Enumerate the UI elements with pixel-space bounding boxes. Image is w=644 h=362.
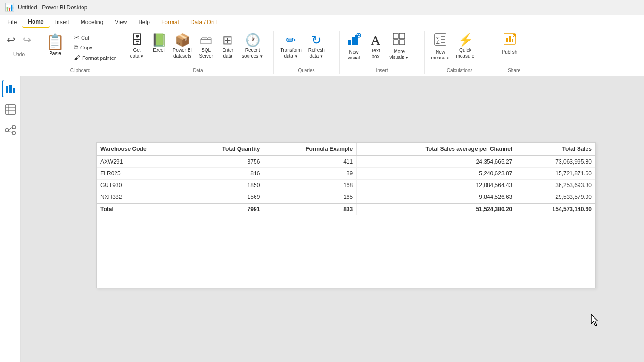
table-row: AXW291 3756 411 24,354,665.27 73,063,995…: [97, 156, 595, 168]
redo-button[interactable]: ↪: [20, 33, 34, 47]
svg-rect-23: [13, 88, 15, 93]
cell-total-quantity: 7991: [187, 203, 264, 215]
menu-home[interactable]: Home: [22, 16, 49, 28]
table-header-row: Warehouse Code Total Quantity Formula Ex…: [97, 143, 595, 156]
svg-rect-0: [348, 40, 351, 45]
sql-server-button[interactable]: 🗃 SQLServer: [196, 31, 216, 61]
cell-quantity-3: 1569: [187, 191, 264, 204]
svg-line-32: [8, 130, 12, 133]
menu-bar: File Home Insert Modeling View Help Form…: [0, 15, 644, 29]
sidebar-report-view[interactable]: [2, 80, 19, 97]
clipboard-small-buttons: ✂ Cut ⧉ Copy 🖌 Format painter: [71, 31, 119, 62]
cell-totalsales-0: 73,063,995.80: [516, 156, 595, 168]
svg-line-31: [8, 127, 12, 130]
paste-icon: 📋: [46, 33, 65, 51]
refresh-data-icon: ↻: [311, 33, 322, 48]
menu-format[interactable]: Format: [156, 17, 185, 27]
excel-icon: 📗: [151, 33, 166, 48]
quick-measure-button[interactable]: ⚡ Quickmeasure: [453, 31, 477, 61]
recent-sources-button[interactable]: 🕐 Recentsources▼: [239, 31, 266, 61]
svg-rect-21: [6, 86, 8, 93]
svg-rect-1: [352, 37, 355, 45]
clipboard-label: Clipboard: [42, 67, 119, 74]
svg-rect-16: [506, 38, 508, 42]
format-painter-icon: 🖌: [74, 54, 80, 61]
enter-data-button[interactable]: ⊞ Enterdata: [217, 31, 238, 61]
col-total-sales[interactable]: Total Sales: [516, 143, 595, 156]
copy-icon: ⧉: [74, 44, 78, 51]
svg-rect-24: [6, 105, 15, 114]
cell-totalsales-1: 15,721,871.60: [516, 168, 595, 180]
cell-totalsales-3: 29,533,579.90: [516, 191, 595, 204]
undo-group-label: Undo: [4, 51, 34, 58]
table-row: GUT930 1850 168 12,084,564.43 36,253,693…: [97, 180, 595, 191]
col-total-sales-avg[interactable]: Total Sales average per Channel: [357, 143, 516, 156]
app-icon: 📊: [5, 3, 14, 12]
quick-measure-icon: ⚡: [458, 33, 473, 48]
table-row: FLR025 816 89 5,240,623.87 15,721,871.60: [97, 168, 595, 180]
menu-file[interactable]: File: [2, 17, 22, 27]
share-group: Publish Share: [495, 31, 533, 74]
cell-warehouse-1: FLR025: [97, 168, 187, 180]
table-visual[interactable]: Warehouse Code Total Quantity Formula Ex…: [96, 142, 596, 288]
publish-button[interactable]: Publish: [499, 31, 520, 57]
sidebar-data-view[interactable]: [2, 101, 19, 118]
paste-label: Paste: [49, 51, 61, 56]
copy-button[interactable]: ⧉ Copy: [71, 43, 119, 52]
power-bi-datasets-button[interactable]: 📦 Power BIdatasets: [170, 31, 195, 61]
left-sidebar: [0, 76, 21, 362]
cut-button[interactable]: ✂ Cut: [71, 33, 119, 42]
menu-modeling[interactable]: Modeling: [75, 17, 109, 27]
new-visual-button[interactable]: Newvisual: [344, 31, 364, 63]
refresh-data-button[interactable]: ↻ Refreshdata▼: [305, 31, 328, 61]
col-warehouse-code[interactable]: Warehouse Code: [97, 143, 187, 156]
sidebar-model-view[interactable]: [2, 122, 19, 139]
get-data-button[interactable]: 🗄 Getdata▼: [127, 31, 148, 61]
queries-group-label: Queries: [278, 67, 336, 74]
menu-data-drill[interactable]: Data / Drill: [185, 17, 223, 27]
svg-text:∑: ∑: [436, 35, 440, 44]
sql-server-icon: 🗃: [200, 33, 212, 48]
queries-group: ✏ Transformdata▼ ↻ Refreshdata▼ Queries: [274, 31, 340, 74]
more-visuals-button[interactable]: Morevisuals▼: [387, 31, 412, 62]
cell-formula-3: 165: [264, 191, 357, 204]
data-table: Warehouse Code Total Quantity Formula Ex…: [97, 143, 595, 215]
calculations-group-label: Calculations: [429, 67, 491, 74]
cell-warehouse-2: GUT930: [97, 180, 187, 191]
svg-rect-8: [393, 40, 398, 45]
svg-rect-7: [399, 33, 405, 39]
col-formula-example[interactable]: Formula Example: [264, 143, 357, 156]
cell-formula-1: 89: [264, 168, 357, 180]
cell-formula-0: 411: [264, 156, 357, 168]
undo-button[interactable]: ↩: [4, 33, 18, 47]
menu-help[interactable]: Help: [132, 17, 156, 27]
paste-button[interactable]: 📋 Paste: [42, 31, 68, 58]
col-total-quantity[interactable]: Total Quantity: [187, 143, 264, 156]
menu-view[interactable]: View: [109, 17, 132, 27]
canvas-inner: Warehouse Code Total Quantity Formula Ex…: [21, 76, 644, 362]
transform-data-button[interactable]: ✏ Transformdata▼: [278, 31, 305, 61]
window-title: Untitled - Power BI Desktop: [18, 4, 87, 11]
mouse-cursor: [591, 314, 601, 324]
format-painter-button[interactable]: 🖌 Format painter: [71, 53, 119, 62]
svg-rect-30: [12, 132, 15, 134]
excel-button[interactable]: 📗 Excel: [149, 31, 169, 55]
cell-total-label: Total: [97, 203, 187, 215]
canvas[interactable]: Warehouse Code Total Quantity Formula Ex…: [21, 76, 644, 362]
power-bi-datasets-icon: 📦: [175, 33, 190, 48]
cell-total-totalsales: 154,573,140.60: [516, 203, 595, 215]
cell-warehouse-3: NXH382: [97, 191, 187, 204]
data-group: 🗄 Getdata▼ 📗 Excel 📦 Power BIdatasets 🗃 …: [123, 31, 274, 74]
svg-rect-18: [512, 39, 513, 42]
share-group-label: Share: [499, 67, 529, 74]
menu-insert[interactable]: Insert: [50, 17, 75, 27]
table-total-row: Total 7991 833 51,524,380.20 154,573,140…: [97, 203, 595, 215]
text-box-icon: A: [371, 33, 380, 48]
new-measure-button[interactable]: ∑ Newmeasure: [429, 31, 453, 63]
svg-rect-9: [399, 40, 405, 45]
new-measure-icon: ∑: [434, 33, 447, 49]
svg-rect-28: [6, 129, 8, 132]
text-box-button[interactable]: A Textbox: [365, 31, 386, 61]
ribbon: ↩ ↪ Undo 📋 Paste ✂ Cut ⧉ Copy 🖌: [0, 29, 644, 76]
svg-rect-17: [509, 36, 511, 42]
